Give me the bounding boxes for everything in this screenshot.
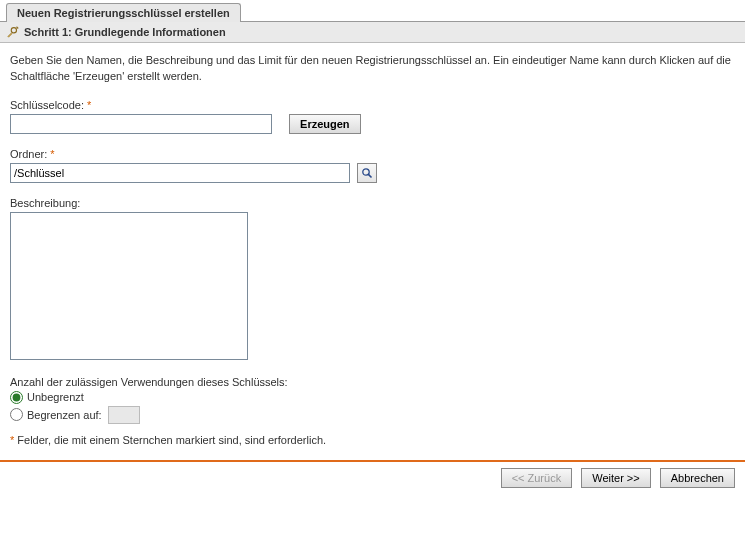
usage-limited-label: Begrenzen auf: bbox=[27, 409, 102, 421]
svg-line-1 bbox=[368, 174, 371, 177]
step-header: Schritt 1: Grundlegende Informationen bbox=[0, 22, 745, 43]
svg-point-0 bbox=[363, 169, 369, 175]
divider bbox=[0, 460, 745, 462]
next-button[interactable]: Weiter >> bbox=[581, 468, 651, 488]
usage-limit-input bbox=[108, 406, 140, 424]
magnifier-icon bbox=[361, 167, 373, 179]
key-code-label: Schlüsselcode: * bbox=[10, 99, 735, 111]
back-button: << Zurück bbox=[501, 468, 573, 488]
tools-icon bbox=[6, 25, 20, 39]
folder-label: Ordner: * bbox=[10, 148, 735, 160]
cancel-button[interactable]: Abbrechen bbox=[660, 468, 735, 488]
instruction-text: Geben Sie den Namen, die Beschreibung un… bbox=[10, 53, 735, 85]
generate-button[interactable]: Erzeugen bbox=[289, 114, 361, 134]
browse-folder-button[interactable] bbox=[357, 163, 377, 183]
usage-unlimited-radio[interactable] bbox=[10, 391, 23, 404]
required-footnote: * Felder, die mit einem Sternchen markie… bbox=[10, 434, 735, 446]
usage-limit-label: Anzahl der zulässigen Verwendungen diese… bbox=[10, 376, 735, 388]
step-title: Schritt 1: Grundlegende Informationen bbox=[24, 26, 226, 38]
tab-label: Neuen Registrierungsschlüssel erstellen bbox=[17, 7, 230, 19]
description-input[interactable] bbox=[10, 212, 248, 360]
tab-create-registration-key[interactable]: Neuen Registrierungsschlüssel erstellen bbox=[6, 3, 241, 22]
key-code-input[interactable] bbox=[10, 114, 272, 134]
wizard-footer: << Zurück Weiter >> Abbrechen bbox=[0, 466, 745, 496]
usage-limited-radio[interactable] bbox=[10, 408, 23, 421]
folder-input[interactable] bbox=[10, 163, 350, 183]
usage-unlimited-label: Unbegrenzt bbox=[27, 391, 84, 403]
description-label: Beschreibung: bbox=[10, 197, 735, 209]
